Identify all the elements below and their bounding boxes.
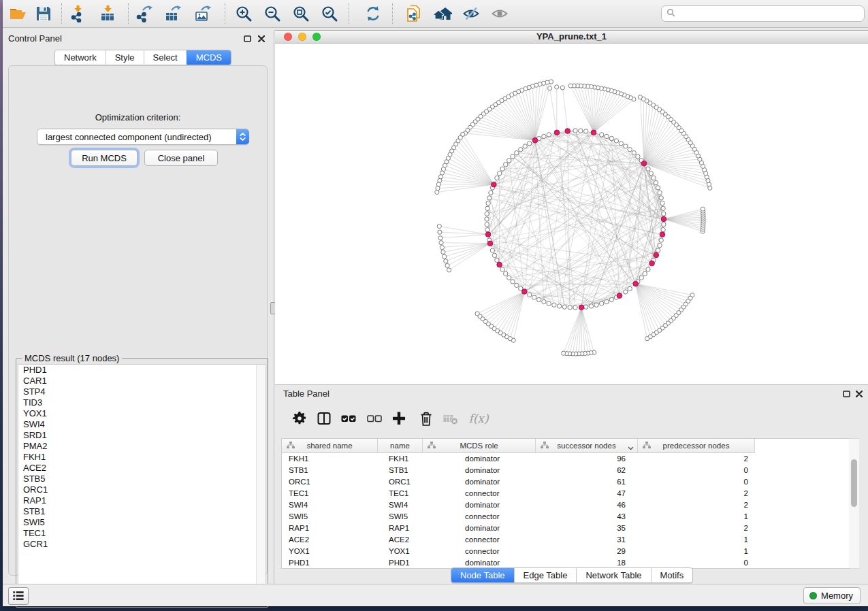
table-scrollbar[interactable] <box>849 438 859 569</box>
network-node[interactable] <box>600 301 604 306</box>
network-node[interactable] <box>646 167 650 171</box>
leaf-node[interactable] <box>475 312 479 316</box>
open-file-icon[interactable] <box>8 4 27 23</box>
network-node[interactable] <box>619 142 623 146</box>
network-node[interactable] <box>609 297 613 301</box>
mcds-hub-node[interactable] <box>492 182 497 187</box>
node-table[interactable]: shared namenameMCDS rolesuccessor nodesp… <box>281 438 850 569</box>
table-row[interactable]: ACE2ACE2connector311 <box>282 533 850 545</box>
mcds-result-list[interactable]: PHD1CAR1STP4TID3YOX1SWI4SRD1PMA2FKH1ACE2… <box>18 364 266 606</box>
network-node[interactable] <box>515 283 519 287</box>
leaf-node[interactable] <box>440 246 444 250</box>
mcds-result-item[interactable]: FKH1 <box>18 452 266 463</box>
zoom-selected-icon[interactable] <box>320 4 339 23</box>
leaf-node[interactable] <box>568 84 573 88</box>
network-node[interactable] <box>614 139 618 143</box>
network-node[interactable] <box>485 212 489 216</box>
task-history-button[interactable] <box>8 587 29 605</box>
close-table-panel-icon[interactable] <box>854 389 864 399</box>
network-node[interactable] <box>489 191 493 195</box>
mcds-result-item[interactable]: SWI5 <box>18 517 266 528</box>
network-node[interactable] <box>495 258 499 262</box>
mcds-result-item[interactable]: STP4 <box>18 386 266 397</box>
network-node[interactable] <box>660 201 664 205</box>
mcds-result-item[interactable]: YOX1 <box>18 408 266 419</box>
network-node[interactable] <box>504 271 508 276</box>
table-row[interactable]: RAP1RAP1dominator352 <box>282 522 850 533</box>
mcds-result-item[interactable]: TID3 <box>18 397 266 408</box>
network-node[interactable] <box>646 267 650 271</box>
network-node[interactable] <box>504 163 508 167</box>
mcds-hub-node[interactable] <box>654 252 659 258</box>
close-panel-button[interactable]: Close panel <box>144 150 218 166</box>
column-header-name[interactable]: name <box>378 439 423 452</box>
network-node[interactable] <box>605 134 609 138</box>
leaf-node[interactable] <box>438 236 443 240</box>
close-panel-icon[interactable] <box>257 34 266 44</box>
network-node[interactable] <box>594 303 598 307</box>
column-header-successor-nodes[interactable]: successor nodes <box>536 439 638 452</box>
network-node[interactable] <box>632 151 636 155</box>
network-node[interactable] <box>485 217 489 221</box>
network-node[interactable] <box>658 191 662 195</box>
network-node[interactable] <box>568 306 572 310</box>
network-node[interactable] <box>495 176 499 180</box>
network-node[interactable] <box>562 305 566 309</box>
export-table-icon[interactable] <box>163 4 182 23</box>
mcds-result-item[interactable]: CAR1 <box>18 376 266 386</box>
mcds-result-item[interactable]: SWI4 <box>18 419 266 430</box>
network-node[interactable] <box>643 271 647 276</box>
tab-mcds[interactable]: MCDS <box>187 50 231 65</box>
leaf-node[interactable] <box>444 259 448 263</box>
zoom-in-icon[interactable] <box>234 4 253 23</box>
table-settings-icon[interactable] <box>291 410 308 427</box>
column-header-MCDS-role[interactable]: MCDS role <box>423 439 536 452</box>
table-row[interactable]: TEC1TEC1connector472 <box>282 487 850 499</box>
welcome-screen-icon[interactable] <box>432 4 455 23</box>
mcds-hub-node[interactable] <box>532 137 538 143</box>
leaf-node[interactable] <box>441 250 445 254</box>
mcds-result-item[interactable]: SRD1 <box>18 430 266 441</box>
network-node[interactable] <box>492 253 496 257</box>
table-scrollbar-thumb[interactable] <box>851 459 857 507</box>
mcds-result-item[interactable]: STB1 <box>18 506 266 517</box>
network-node[interactable] <box>662 212 666 216</box>
delete-columns-icon[interactable] <box>417 410 435 427</box>
network-node[interactable] <box>624 290 628 294</box>
mcds-result-item[interactable]: PHD1 <box>18 365 266 376</box>
show-columns-icon[interactable] <box>315 410 333 427</box>
mcds-result-item[interactable]: ORC1 <box>18 484 266 495</box>
zoom-out-icon[interactable] <box>263 4 282 23</box>
mcds-hub-node[interactable] <box>617 293 622 299</box>
float-table-panel-icon[interactable] <box>841 389 851 399</box>
network-node[interactable] <box>500 267 504 271</box>
import-network-icon[interactable] <box>68 4 87 23</box>
network-node[interactable] <box>652 176 656 180</box>
leaf-node[interactable] <box>638 95 642 99</box>
network-node[interactable] <box>557 304 561 308</box>
network-node[interactable] <box>515 151 519 155</box>
leaf-node[interactable] <box>443 254 447 259</box>
network-node[interactable] <box>528 142 532 146</box>
tab-select[interactable]: Select <box>144 50 187 65</box>
table-tab-network-table[interactable]: Network Table <box>576 568 650 582</box>
network-node[interactable] <box>507 159 511 163</box>
network-node[interactable] <box>536 297 541 301</box>
network-node[interactable] <box>628 148 632 152</box>
network-node[interactable] <box>662 222 666 227</box>
export-image-icon[interactable] <box>193 4 212 23</box>
network-node[interactable] <box>656 186 660 190</box>
mcds-hub-node[interactable] <box>660 232 665 237</box>
leaf-node[interactable] <box>436 182 440 186</box>
table-tab-edge-table[interactable]: Edge Table <box>514 568 577 582</box>
mcds-hub-node[interactable] <box>487 241 493 246</box>
leaf-node[interactable] <box>438 230 442 234</box>
table-row[interactable]: STB1STB1dominator620 <box>282 464 850 476</box>
hide-graphics-details-icon[interactable] <box>462 4 481 23</box>
network-node[interactable] <box>498 171 502 176</box>
network-node[interactable] <box>658 244 662 248</box>
mcds-result-item[interactable]: GCR1 <box>18 539 266 550</box>
mcds-list-scrollbar[interactable] <box>256 365 266 605</box>
search-field[interactable] <box>661 5 865 22</box>
network-node[interactable] <box>490 248 494 252</box>
